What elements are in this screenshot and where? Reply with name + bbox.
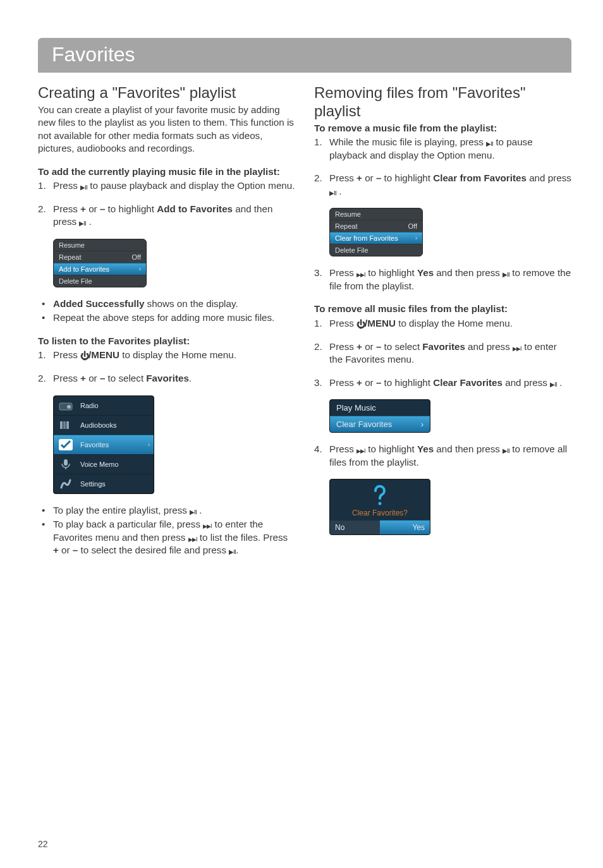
remove-all-step-4: Press to highlight Yes and then press to…	[314, 443, 571, 469]
home-radio: Radio	[54, 396, 154, 415]
svg-rect-2	[60, 421, 63, 429]
play-particular-bullet: To play back a particular file, press to…	[38, 518, 295, 557]
option-resume: Resume	[54, 239, 146, 251]
play-pause-icon	[329, 188, 336, 198]
play-pause-icon	[550, 379, 557, 389]
add-result-bullets: Added Successfully shows on the display.…	[38, 298, 295, 325]
play-pause-icon	[79, 218, 86, 228]
listen-step-1: Press /MENU to display the Home menu.	[38, 349, 295, 362]
clear-favorites-row: Clear Favorites›	[330, 416, 430, 432]
svg-rect-4	[66, 421, 69, 429]
page-title: Favorites	[52, 43, 559, 66]
chevron-right-icon: ›	[415, 235, 417, 241]
svg-point-8	[379, 502, 382, 505]
confirm-buttons: No Yes	[330, 520, 430, 534]
home-favorites: Favorites ›	[54, 435, 154, 454]
listen-steps-2: Press + or – to select Favorites.	[38, 372, 295, 385]
option-delete: Delete File	[54, 275, 146, 287]
left-column: Creating a "Favorites" playlist You can …	[38, 84, 295, 567]
remove-all-steps-4: Press to highlight Yes and then press to…	[314, 443, 571, 469]
added-successfully-bullet: Added Successfully shows on the display.	[38, 298, 295, 311]
home-voice: Voice Memo	[54, 454, 154, 474]
repeat-steps-bullet: Repeat the above steps for adding more m…	[38, 311, 295, 325]
play-pause-icon	[190, 507, 197, 517]
play-pause-icon	[80, 182, 87, 192]
remove-all-steps-1: Press /MENU to display the Home menu.	[314, 317, 571, 330]
remove-all-step-2: Press + or – to select Favorites and pre…	[314, 341, 571, 366]
chevron-right-icon: ›	[421, 419, 423, 429]
svg-rect-6	[64, 459, 68, 466]
right-column: Removing files from "Favorites" playlist…	[314, 84, 571, 567]
page-title-bar: Favorites	[38, 38, 571, 73]
play-pause-icon	[486, 138, 493, 148]
play-music-row: Play Music	[330, 400, 430, 416]
confirm-no-button: No	[330, 520, 380, 534]
next-icon	[356, 445, 365, 455]
remove-step-3: Press to highlight Yes and then press to…	[314, 267, 571, 292]
remove-all-steps-2: Press + or – to select Favorites and pre…	[314, 341, 571, 366]
svg-point-1	[67, 405, 71, 409]
confirm-question: Clear Favorites?	[330, 479, 430, 520]
favorites-icon	[56, 437, 75, 452]
remove-all-subhead: To remove all music files from the playl…	[314, 303, 571, 316]
home-menu-screenshot: Radio Audiobooks Favorites › Voice Memo …	[53, 395, 154, 494]
creating-intro: You can create a playlist of your favori…	[38, 104, 295, 155]
confirm-yes-button: Yes	[380, 520, 430, 534]
power-icon	[356, 318, 365, 330]
listen-steps: Press /MENU to display the Home menu.	[38, 349, 295, 362]
play-pause-icon	[229, 546, 236, 557]
remove-all-step-3: Press + or – to highlight Clear Favorite…	[314, 377, 571, 390]
option-repeat-2: RepeatOff	[330, 220, 422, 232]
add-step-2: Press + or – to highlight Add to Favorit…	[38, 203, 295, 229]
play-entire-bullet: To play the entire playlist, press .	[38, 504, 295, 517]
play-pause-icon	[502, 445, 509, 455]
home-audiobooks: Audiobooks	[54, 415, 154, 435]
next-icon	[203, 521, 212, 531]
add-step-1: Press to pause playback and display the …	[38, 179, 295, 193]
settings-icon	[56, 476, 75, 491]
svg-rect-3	[63, 421, 66, 429]
playclear-screenshot: Play Music Clear Favorites›	[329, 399, 430, 433]
chevron-right-icon: ›	[139, 266, 141, 272]
power-icon	[80, 350, 88, 362]
option-resume-2: Resume	[330, 208, 422, 220]
option-repeat: RepeatOff	[54, 251, 146, 263]
voice-memo-icon	[56, 457, 75, 472]
option-delete-2: Delete File	[330, 244, 422, 256]
next-icon	[356, 269, 365, 279]
remove-one-steps-2: Press + or – to highlight Clear from Fav…	[314, 172, 571, 198]
page-columns: Creating a "Favorites" playlist You can …	[38, 84, 571, 567]
remove-one-subhead: To remove a music file from the playlist…	[314, 122, 571, 135]
next-icon	[188, 534, 197, 544]
option-add-to-favorites: Add to Favorites›	[54, 263, 146, 275]
removing-heading: Removing files from "Favorites" playlist	[314, 84, 571, 121]
option-menu-add-screenshot: Resume RepeatOff Add to Favorites› Delet…	[53, 239, 147, 287]
remove-step-2: Press + or – to highlight Clear from Fav…	[314, 172, 571, 198]
remove-one-steps-3: Press to highlight Yes and then press to…	[314, 267, 571, 292]
page-number: 22	[38, 839, 48, 849]
play-pause-icon	[502, 269, 509, 279]
remove-one-steps-1: While the music file is playing, press t…	[314, 136, 571, 162]
listen-subhead: To listen to the Favorites playlist:	[38, 335, 295, 348]
confirm-clear-screenshot: Clear Favorites? No Yes	[329, 479, 430, 535]
option-menu-clear-screenshot: Resume RepeatOff Clear from Favorites› D…	[329, 208, 423, 256]
home-settings: Settings	[54, 474, 154, 493]
remove-all-steps-3: Press + or – to highlight Clear Favorite…	[314, 377, 571, 390]
play-bullets: To play the entire playlist, press . To …	[38, 504, 295, 557]
radio-icon	[56, 398, 75, 413]
add-subhead: To add the currently playing music file …	[38, 166, 295, 179]
add-steps-2: Press + or – to highlight Add to Favorit…	[38, 203, 295, 229]
remove-step-1: While the music file is playing, press t…	[314, 136, 571, 162]
listen-step-2: Press + or – to select Favorites.	[38, 372, 295, 385]
remove-all-step-1: Press /MENU to display the Home menu.	[314, 317, 571, 330]
chevron-right-icon: ›	[148, 442, 150, 448]
option-clear-from-favorites: Clear from Favorites›	[330, 232, 422, 244]
audiobooks-icon	[56, 418, 75, 433]
creating-heading: Creating a "Favorites" playlist	[38, 84, 295, 102]
question-icon	[370, 485, 389, 506]
add-steps: Press to pause playback and display the …	[38, 179, 295, 193]
next-icon	[513, 343, 521, 353]
